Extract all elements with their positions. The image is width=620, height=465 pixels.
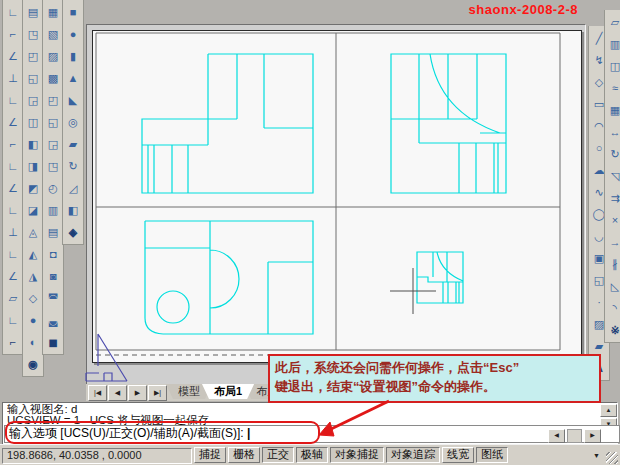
scale-icon[interactable]: ◹: [606, 166, 620, 186]
ucs-origin-icon[interactable]: ⌐: [4, 134, 22, 154]
otrack-toggle[interactable]: 对象追踪: [386, 447, 440, 463]
grid-toggle[interactable]: 栅格: [228, 447, 260, 463]
revolve-icon[interactable]: ↻: [64, 156, 82, 176]
check-icon[interactable]: ◼: [44, 332, 62, 352]
scroll-thumb[interactable]: [567, 429, 582, 443]
mirror-icon[interactable]: ◫: [606, 56, 620, 76]
torus-icon[interactable]: ◎: [64, 112, 82, 132]
ucs-world2-icon[interactable]: ⌐: [4, 332, 22, 352]
tab-layout1[interactable]: 布局1: [202, 384, 254, 399]
interfere-icon[interactable]: ◈: [64, 222, 82, 242]
explode-icon[interactable]: ※: [606, 320, 620, 340]
hide-icon[interactable]: ◮: [24, 266, 42, 286]
named-ucs-icon[interactable]: ▱: [4, 288, 22, 308]
resize-grip[interactable]: [606, 452, 618, 464]
subtract-icon[interactable]: ▧: [44, 24, 62, 44]
shell-icon[interactable]: ◛: [44, 310, 62, 330]
extrude-faces-icon[interactable]: ▩: [44, 68, 62, 88]
move-icon[interactable]: ↔: [606, 122, 620, 142]
tab-nav-button[interactable]: |◀: [88, 385, 107, 401]
ucs-z-icon[interactable]: ∟: [4, 244, 22, 264]
ucs-3point-icon[interactable]: ∠: [4, 178, 22, 198]
wireframe-3d-icon[interactable]: ●: [24, 310, 42, 330]
taper-faces-icon[interactable]: ◴: [44, 178, 62, 198]
tab-nav-button[interactable]: ◀: [108, 385, 127, 401]
status-button-label: 对象追踪: [391, 448, 435, 460]
separate-icon[interactable]: ◚: [44, 288, 62, 308]
lineweight-toggle[interactable]: 线宽: [442, 447, 474, 463]
polar-toggle[interactable]: 极轴: [296, 447, 328, 463]
stretch-icon[interactable]: ⇉: [606, 188, 620, 208]
view-bottom-icon[interactable]: ◧: [24, 134, 42, 154]
ucs-object-icon[interactable]: ∟: [4, 90, 22, 110]
view-right-icon[interactable]: ◲: [24, 90, 42, 110]
hidden-shade-icon[interactable]: ◐: [24, 332, 42, 352]
ucs-icon[interactable]: ∟: [4, 2, 22, 22]
ucs-apply-icon[interactable]: ∠: [4, 266, 22, 286]
wedge-icon[interactable]: ◣: [64, 90, 82, 110]
clean-icon[interactable]: ◙: [44, 266, 62, 286]
status-button-label: 栅格: [233, 448, 255, 460]
gouraud-shade-icon[interactable]: ◉: [24, 354, 42, 374]
extend-icon[interactable]: →: [606, 232, 620, 252]
sphere-icon[interactable]: ●: [64, 24, 82, 44]
imprint-icon[interactable]: ◘: [44, 244, 62, 264]
view-back-icon[interactable]: ◫: [24, 112, 42, 132]
command-history: 输入视图名: dUCSVIEW = 1 UCS 将与视图一起保存: [7, 404, 599, 425]
extrude-icon[interactable]: ▰: [64, 134, 82, 154]
modify-toolbar: ▱▥◫≈▦↔↻◹⇉×→∦◺◝※: [604, 10, 620, 343]
ucs-y-icon[interactable]: ⊥: [4, 222, 22, 242]
color-faces-icon[interactable]: ▤: [44, 222, 62, 242]
ucs-view-icon[interactable]: ∠: [4, 112, 22, 132]
chamfer-icon[interactable]: ◺: [606, 276, 620, 296]
view-nwiso-icon[interactable]: ◬: [24, 222, 42, 242]
tab-nav-button[interactable]: ▶|: [148, 385, 167, 401]
intersect-icon[interactable]: ▨: [44, 46, 62, 66]
rotate-faces-icon[interactable]: ◳: [44, 156, 62, 176]
offset-icon[interactable]: ≈: [606, 78, 620, 98]
statusbar-menu-icon[interactable]: ▼: [590, 450, 603, 462]
array-icon[interactable]: ▦: [606, 100, 620, 120]
view-neiso-icon[interactable]: ◪: [24, 200, 42, 220]
view-seiso-icon[interactable]: ◩: [24, 178, 42, 198]
ucs-x-icon[interactable]: ∟: [4, 200, 22, 220]
section-icon[interactable]: ◧: [64, 200, 82, 220]
trim-icon[interactable]: ×: [606, 210, 620, 230]
command-window[interactable]: 输入视图名: dUCSVIEW = 1 UCS 将与视图一起保存 ▲ ▼ 输入选…: [2, 402, 618, 445]
offset-faces-icon[interactable]: ◱: [44, 112, 62, 132]
ucs-zaxis-icon[interactable]: ∟: [4, 156, 22, 176]
ucs-previous-icon[interactable]: ∠: [4, 46, 22, 66]
ucs-face-icon[interactable]: ⊥: [4, 68, 22, 88]
orbit-icon[interactable]: ◭: [24, 244, 42, 264]
view-front-icon[interactable]: ◰: [24, 46, 42, 66]
ucs-world-icon[interactable]: ⌐: [4, 24, 22, 44]
copy-faces-icon[interactable]: ▥: [44, 200, 62, 220]
rotate-icon[interactable]: ↻: [606, 144, 620, 164]
paper-model-toggle[interactable]: 图纸: [476, 447, 508, 463]
copy-icon[interactable]: ▥: [606, 34, 620, 54]
view-swiso-icon[interactable]: ◨: [24, 156, 42, 176]
union-icon[interactable]: ▦: [44, 2, 62, 22]
snap-toggle[interactable]: 捕捉: [194, 447, 226, 463]
tab-nav-button[interactable]: ▶: [128, 385, 147, 401]
view-left-icon[interactable]: ◱: [24, 68, 42, 88]
ortho-toggle[interactable]: 正交: [262, 447, 294, 463]
break-icon[interactable]: ∦: [606, 254, 620, 274]
slice-icon[interactable]: ◿: [64, 178, 82, 198]
scroll-left-icon[interactable]: ◀: [548, 429, 565, 443]
ucs-move-icon[interactable]: ∟: [4, 310, 22, 330]
view-top-icon[interactable]: ◳: [24, 24, 42, 44]
cone-icon[interactable]: ▲: [64, 68, 82, 88]
scroll-up-icon[interactable]: ▲: [600, 404, 617, 417]
command-input[interactable]: 输入选项 [UCS(U)/正交(O)/辅助(A)/截面(S)]: |: [4, 425, 620, 443]
delete-faces-icon[interactable]: ◲: [44, 134, 62, 154]
erase-icon[interactable]: ▱: [606, 12, 620, 32]
scroll-right-icon[interactable]: ▶: [584, 429, 601, 443]
osnap-toggle[interactable]: 对象捕捉: [330, 447, 384, 463]
wireframe-2d-icon[interactable]: ◇: [24, 288, 42, 308]
fillet-icon[interactable]: ◝: [606, 298, 620, 318]
move-faces-icon[interactable]: ◰: [44, 90, 62, 110]
cylinder-icon[interactable]: ▮: [64, 46, 82, 66]
named-views-icon[interactable]: ▤: [24, 2, 42, 22]
box-icon[interactable]: ■: [64, 2, 82, 22]
